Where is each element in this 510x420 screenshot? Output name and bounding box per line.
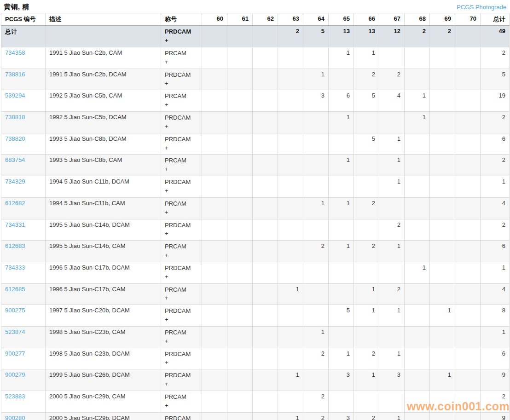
description-cell: 1995 5 Jiao Sun-C14b, DCAM [46,219,161,241]
total-row-description [46,26,161,47]
grade-65-cell [329,391,354,413]
grade-65-cell: 1 [329,47,354,69]
total-grade-70-cell [455,26,481,47]
pcgs-photograde-link[interactable]: PCGS Photograde [457,4,506,11]
pcgs-number-cell: 738820 [1,133,46,155]
pcgs-number-cell: 523874 [1,326,46,348]
pcgs-number-link[interactable]: 734333 [5,264,25,271]
total-grade-63-cell: 2 [278,26,303,47]
pcgs-number-link[interactable]: 612682 [5,200,25,207]
pcgs-number-link[interactable]: 738820 [5,135,25,142]
grade-64-cell: 1 [303,326,329,348]
grade-70-cell [455,305,481,327]
grade-66-cell [354,155,379,176]
description-cell: 1994 5 Jiao Sun-C11b, CAM [46,197,161,219]
pcgs-number-link[interactable]: 612683 [5,242,25,249]
pcgs-number-link[interactable]: 523883 [5,393,25,400]
pcgs-number-link[interactable]: 738818 [5,114,25,121]
grade-61-cell [227,262,253,283]
pcgs-number-link[interactable]: 900277 [5,350,25,357]
table-row: 7343581991 5 Jiao Sun-C2b, CAMPRCAM +112 [1,47,510,69]
pcgs-number-link[interactable]: 523874 [5,328,25,335]
table-row: 6126831995 5 Jiao Sun-C14b, CAMPRCAM +21… [1,241,510,262]
grade-67-cell: 3 [379,369,405,391]
designation-cell: PRDCAM + [161,262,202,283]
grade-68-cell [405,69,430,90]
grade-68-cell [405,155,430,176]
grade-65-cell: 3 [329,369,354,391]
pcgs-number-link[interactable]: 612685 [5,286,25,293]
grade-70-cell [455,112,481,133]
grade-64-cell [303,47,329,69]
row-total-cell: 2 [481,112,510,133]
pcgs-number-link[interactable]: 900279 [5,371,25,378]
description-cell: 2000 5 Jiao Sun-C29b, DCAM [46,412,161,420]
grade-68-cell [405,241,430,262]
grade-66-cell: 1 [354,305,379,327]
grade-60-cell [202,90,227,112]
grade-70-cell [455,262,481,283]
grade-66-cell [354,112,379,133]
grade-61-cell [227,69,253,90]
grade-63-cell: 1 [278,369,303,391]
pcgs-number-link[interactable]: 900280 [5,414,25,420]
grade-61-cell [227,369,253,391]
pcgs-number-link[interactable]: 734329 [5,178,25,185]
grade-65-cell [329,69,354,90]
grade-66-cell: 2 [354,197,379,219]
total-grade-65-cell: 13 [329,26,354,47]
grade-66-cell: 2 [354,348,379,369]
row-total-cell: 6 [481,348,510,369]
grade-69-cell [430,391,455,413]
pcgs-number-cell: 734331 [1,219,46,241]
row-total-cell: 2 [481,219,510,241]
grade-62-cell [253,90,278,112]
grade-67-cell: 1 [379,133,405,155]
pcgs-number-link[interactable]: 734358 [5,49,25,56]
grade-61-cell [227,412,253,420]
grade-64-cell: 2 [303,391,329,413]
column-header-grade-66: 66 [354,13,379,26]
row-total-cell: 6 [481,241,510,262]
description-cell: 1992 5 Jiao Sun-C5b, CAM [46,90,161,112]
grade-69-cell [430,176,455,198]
grade-70-cell [455,326,481,348]
grade-67-cell [379,47,405,69]
grade-62-cell [253,155,278,176]
grade-69-cell [430,241,455,262]
pcgs-number-cell: 900277 [1,348,46,369]
designation-cell: PRDCAM + [161,133,202,155]
total-row: 总计PRDCAM +251313122249 [1,26,510,47]
grade-63-cell [278,348,303,369]
pcgs-number-link[interactable]: 539294 [5,92,25,99]
grade-66-cell [354,391,379,413]
pcgs-number-link[interactable]: 683754 [5,156,25,163]
grade-66-cell: 1 [354,47,379,69]
grade-60-cell [202,305,227,327]
designation-cell: PRDCAM + [161,305,202,327]
total-sum-cell: 49 [481,26,510,47]
table-row: 7343311995 5 Jiao Sun-C14b, DCAMPRDCAM +… [1,219,510,241]
grade-68-cell: 1 [405,262,430,283]
grade-62-cell [253,197,278,219]
grade-63-cell [278,133,303,155]
grade-64-cell [303,155,329,176]
grade-70-cell [455,90,481,112]
grade-69-cell [430,197,455,219]
grade-62-cell [253,176,278,198]
pcgs-number-cell: 900280 [1,412,46,420]
grade-67-cell: 2 [379,69,405,90]
designation-cell: PRCAM + [161,47,202,69]
table-row: 9002751997 5 Jiao Sun-C20b, DCAMPRDCAM +… [1,305,510,327]
grade-68-cell [405,133,430,155]
pcgs-number-link[interactable]: 734331 [5,221,25,228]
pcgs-number-link[interactable]: 738816 [5,71,25,78]
total-grade-69-cell: 2 [430,26,455,47]
pcgs-number-cell: 683754 [1,155,46,176]
pcgs-number-link[interactable]: 900275 [5,307,25,314]
row-total-cell: 9 [481,412,510,420]
column-header-grade-63: 63 [278,13,303,26]
grade-65-cell: 3 [329,412,354,420]
total-grade-64-cell: 5 [303,26,329,47]
grade-60-cell [202,241,227,262]
